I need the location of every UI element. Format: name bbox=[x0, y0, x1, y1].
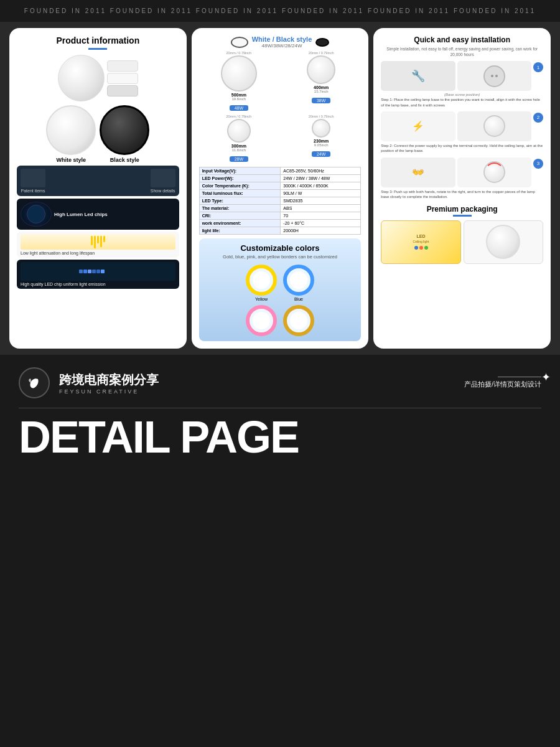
step-3: 👐 3 Step 3: Push up with both hands, rot… bbox=[381, 157, 543, 200]
step3-images: 👐 3 bbox=[381, 157, 543, 187]
patent-section: Patent items Show details bbox=[17, 166, 179, 196]
badge-48w: 48W bbox=[230, 105, 248, 111]
spec-value-flux: 90LM / W bbox=[281, 190, 361, 197]
size-grid: 20mm / 0.79inch 500mm 19.6inch 48W 20mm … bbox=[199, 51, 362, 163]
step1-img1: 🔧 bbox=[381, 61, 455, 91]
chip-visual bbox=[21, 262, 175, 281]
panel1-title: Product information bbox=[17, 35, 179, 45]
spec-label-voltage: Input Voltage(V): bbox=[199, 167, 281, 175]
lamp-part3 bbox=[107, 85, 138, 96]
spec-label-flux: Total luminous flux: bbox=[199, 190, 281, 197]
color-yellow: Yellow bbox=[246, 265, 277, 301]
spec-label-type: LED Type: bbox=[199, 197, 281, 205]
step2-text: Step 2: Connect the power supply by usin… bbox=[381, 143, 543, 154]
size-24w: 20mm / 0.79inch 230mm 9.05inch 24W bbox=[281, 115, 361, 163]
high-quality-section: High quality LED chip uniform light emis… bbox=[17, 260, 179, 289]
spec-label-env: work environment: bbox=[199, 220, 281, 227]
lamp-part bbox=[107, 60, 138, 72]
spec-label-life: light life: bbox=[199, 227, 281, 235]
spark-icon: ✦ bbox=[541, 370, 551, 384]
packaging-images: LED Ceiling light bbox=[381, 220, 543, 264]
high-lumen-section: High Lumen Led chips bbox=[17, 199, 179, 230]
gold-ring bbox=[283, 305, 314, 336]
badge-38w: 38W bbox=[312, 98, 330, 103]
bottom-top: 跨境电商案例分享 FEYSUN CREATIVE 产品拍摄/详情页策划设计 ✦ bbox=[19, 367, 541, 408]
white-style-label: White style bbox=[57, 157, 86, 163]
lamp-28w bbox=[227, 119, 251, 143]
spec-label-temp: Color Temperature (K): bbox=[199, 182, 281, 190]
panels-container: Product information White style Black st… bbox=[0, 22, 560, 355]
customizable-section: Customizable colors Gold, blue, pink, an… bbox=[199, 238, 362, 341]
packaged-lamp bbox=[486, 225, 520, 259]
spec-value-power: 24W / 28W / 38W / 48W bbox=[281, 175, 361, 182]
panel-installation: Quick and easy installation Simple insta… bbox=[373, 28, 551, 349]
base-label: (Base screw position) bbox=[381, 93, 543, 96]
badge-28w: 28W bbox=[230, 156, 248, 162]
panel1-accent-line bbox=[88, 48, 107, 50]
main-title: DETAIL PAGE bbox=[19, 408, 541, 459]
lamp-48w bbox=[221, 55, 257, 92]
color-rings-row2 bbox=[203, 305, 358, 336]
spec-value-voltage: AC85-265V, 50/60Hz bbox=[281, 167, 361, 175]
marquee-bar: FOUNDED IN 2011 FOUNDED IN 2011 FOUNDED … bbox=[0, 0, 560, 22]
spec-value-temp: 3000K / 4000K / 6500K bbox=[281, 182, 361, 190]
color-rings-row1: Yellow Blue bbox=[203, 265, 358, 301]
low-light-label: Low light attenuation and long lifespan bbox=[21, 251, 95, 255]
spec-value-cri: 70 bbox=[281, 212, 361, 220]
yellow-ring bbox=[246, 265, 277, 296]
step2-img2 bbox=[457, 111, 531, 141]
size-38w: 20mm / 0.79inch 400mm 15.7inch 38W bbox=[281, 51, 361, 112]
spec-value-type: SMD2835 bbox=[281, 197, 361, 205]
spec-value-life: 20000H bbox=[281, 227, 361, 235]
feysun-logo-icon bbox=[26, 374, 43, 392]
step3-img1: 👐 bbox=[381, 157, 455, 187]
step-2: ⚡ 2 Step 2: Connect the power supply by … bbox=[381, 111, 543, 154]
panel2-style-title: White / Black style bbox=[252, 35, 312, 43]
custom-subtitle: Gold, blue, pink, and yellow borders can… bbox=[203, 254, 358, 260]
panel2-lamp-black-icon bbox=[315, 38, 329, 47]
panel-product-info: Product information White style Black st… bbox=[9, 28, 187, 349]
pink-ring bbox=[246, 305, 277, 336]
led-chip-visual bbox=[21, 202, 52, 227]
color-pink bbox=[246, 305, 277, 336]
step2-img1: ⚡ bbox=[381, 111, 455, 141]
package-box: LED Ceiling light bbox=[381, 220, 460, 264]
step1-number: 1 bbox=[533, 62, 543, 72]
service-area: 产品拍摄/详情页策划设计 ✦ bbox=[464, 377, 541, 389]
service-divider bbox=[498, 377, 541, 377]
specs-table: Input Voltage(V):AC85-265V, 50/60Hz LED … bbox=[199, 167, 362, 235]
size-48w: 20mm / 0.79inch 500mm 19.6inch 48W bbox=[199, 51, 279, 112]
step2-number: 2 bbox=[533, 113, 543, 123]
step1-text: Step 1: Place the ceiling lamp base to t… bbox=[381, 97, 543, 108]
black-style-lamp bbox=[100, 105, 149, 155]
panel2-header: White / Black style 48W/38W/28/24W bbox=[199, 35, 362, 49]
install-desc: Simple installation, not easy to fall of… bbox=[381, 46, 543, 57]
badge-24w: 24W bbox=[312, 151, 330, 157]
patent-img bbox=[21, 169, 45, 187]
custom-title: Customizable colors bbox=[203, 243, 358, 253]
low-light-section: Low light attenuation and long lifespan bbox=[17, 232, 179, 258]
yellow-label: Yellow bbox=[255, 297, 268, 301]
patent-label: Patent items bbox=[21, 189, 45, 193]
size-28w: 20mm / 0.79inch 300mm 11.6inch 28W bbox=[199, 115, 279, 163]
spec-label-power: LED Power(W): bbox=[199, 175, 281, 182]
spec-value-material: ABS bbox=[281, 205, 361, 212]
high-lumen-label: High Lumen Led chips bbox=[54, 212, 108, 217]
panel2-lamp-icon bbox=[231, 37, 248, 48]
spec-label-cri: CRI: bbox=[199, 212, 281, 220]
service-text: 产品拍摄/详情页策划设计 bbox=[464, 380, 541, 389]
spec-label-material: The material: bbox=[199, 205, 281, 212]
lamp-38w bbox=[307, 55, 335, 84]
show-details-label: Show details bbox=[151, 189, 175, 193]
packaging-title: Premium packaging bbox=[381, 205, 543, 214]
marquee-text: FOUNDED IN 2011 FOUNDED IN 2011 FOUNDED … bbox=[24, 7, 536, 14]
logo-circle bbox=[19, 367, 50, 398]
step-1: 🔧 1 (Base screw position) Step 1: Place … bbox=[381, 61, 543, 108]
step1-img2 bbox=[457, 61, 531, 91]
panel-specs: White / Black style 48W/38W/28/24W 20mm … bbox=[192, 28, 369, 349]
lamp-24w bbox=[312, 119, 330, 138]
step3-number: 3 bbox=[533, 159, 543, 169]
step3-text: Step 3: Push up with both hands, rotate … bbox=[381, 189, 543, 200]
brand-english: FEYSUN CREATIVE bbox=[59, 388, 455, 395]
step3-img2 bbox=[457, 157, 531, 187]
